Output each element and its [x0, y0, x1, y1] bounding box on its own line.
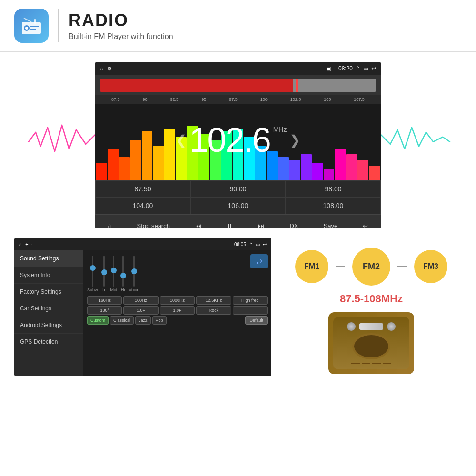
- svg-rect-3: [30, 26, 39, 27]
- preset-classical[interactable]: Classical: [110, 316, 134, 325]
- frequency-number-overlay: ❮ 102.6 MHz ❯: [176, 123, 301, 157]
- freq-label-105: 105: [324, 97, 331, 102]
- freq-160hz[interactable]: 160Hz: [87, 296, 122, 305]
- bluetooth-button[interactable]: ⇄: [250, 254, 268, 268]
- settings-nav-icon[interactable]: ⌃: [249, 242, 253, 247]
- freq-marker: [296, 79, 298, 92]
- menu-factory-settings[interactable]: Factory Settings: [14, 284, 83, 300]
- next-btn[interactable]: ⏭: [254, 220, 268, 228]
- freq-high[interactable]: High freq: [233, 296, 268, 305]
- preset-6[interactable]: 108.00: [286, 198, 381, 215]
- menu-car-settings[interactable]: Car Settings: [14, 300, 83, 317]
- preset-3[interactable]: 98.00: [286, 180, 381, 198]
- status-time: 08:20: [338, 65, 353, 72]
- save-btn[interactable]: Save: [320, 220, 342, 228]
- eq-sliders-group: Subw Lo: [87, 254, 139, 292]
- page-title: RADIO: [69, 10, 173, 30]
- preset-jazz[interactable]: Jazz: [135, 316, 151, 325]
- dx-btn[interactable]: DX: [286, 220, 302, 228]
- mode-180[interactable]: 180°: [87, 306, 122, 315]
- menu-android-settings[interactable]: Android Settings: [14, 317, 83, 334]
- preset-custom[interactable]: Custom: [87, 316, 109, 325]
- freq-label-875: 87.5: [111, 97, 120, 102]
- mode-1f-1[interactable]: 1.0F: [123, 306, 158, 315]
- eq-top: Subw Lo: [87, 254, 268, 294]
- freq-label-925: 92.5: [170, 97, 179, 102]
- mid-label: Mid: [110, 288, 118, 292]
- back-ctrl-btn[interactable]: ↩: [359, 220, 372, 228]
- freq-label-95: 95: [201, 97, 206, 102]
- mid-thumb[interactable]: [111, 268, 117, 273]
- fm2-circle: FM2: [352, 248, 390, 286]
- menu-sound-settings[interactable]: Sound Settings: [14, 250, 83, 267]
- settings-back-icon[interactable]: ↩: [263, 242, 267, 247]
- voice-thumb[interactable]: [131, 268, 137, 274]
- settings-window-icon[interactable]: ▭: [256, 242, 260, 247]
- menu-system-info[interactable]: System Info: [14, 267, 83, 284]
- wifi-icon: ·: [334, 65, 336, 72]
- header-divider: [58, 9, 59, 42]
- home-control-btn[interactable]: ⌂: [104, 220, 116, 228]
- settings-body: Sound Settings System Info Factory Setti…: [14, 250, 271, 376]
- default-button[interactable]: Default: [245, 316, 268, 325]
- radio-knob-1: [347, 322, 356, 331]
- menu-gps-detection[interactable]: GPS Detection: [14, 334, 83, 350]
- lo-thumb[interactable]: [101, 269, 107, 275]
- current-frequency: 102.6: [189, 123, 270, 157]
- preset-row: Custom Classical Jazz Pop Default: [87, 316, 268, 325]
- settings-sidebar: Sound Settings System Info Factory Setti…: [14, 250, 83, 376]
- eq-section: Subw Lo: [87, 254, 268, 372]
- radio-controls: [347, 322, 396, 331]
- mode-rock[interactable]: Rock: [196, 306, 231, 315]
- svg-point-2: [25, 27, 28, 30]
- hi-slider[interactable]: Hi: [121, 256, 125, 292]
- fm-frequency-range: 87.5-108MHz: [340, 293, 403, 305]
- home-icon[interactable]: ⌂: [100, 66, 103, 71]
- hi-label: Hi: [121, 288, 125, 292]
- mid-slider[interactable]: Mid: [110, 256, 118, 292]
- eq-freq-buttons: 160Hz 100Hz 1000Hz 12.5KHz High freq: [87, 296, 268, 305]
- window-icon[interactable]: ▭: [363, 65, 368, 72]
- preset-1[interactable]: 87.50: [95, 180, 190, 198]
- radio-speaker: [352, 333, 390, 359]
- wave-left: [24, 118, 100, 168]
- freq-1000hz[interactable]: 1000Hz: [160, 296, 195, 305]
- voice-slider[interactable]: Voice: [129, 256, 139, 292]
- subw-label: Subw: [87, 288, 98, 292]
- back-icon[interactable]: ↩: [371, 65, 376, 72]
- svg-rect-4: [30, 29, 36, 30]
- settings-screen: ⌂ ✦ · 08:05 ⌃ ▭ ↩ Sound Settings System …: [14, 238, 271, 376]
- stop-search-btn[interactable]: Stop search: [133, 220, 174, 228]
- subw-thumb[interactable]: [90, 265, 96, 271]
- settings-time: 08:05: [234, 242, 246, 247]
- freq-100hz[interactable]: 100Hz: [123, 296, 158, 305]
- header: RADIO Built-in FM Player with function: [0, 0, 476, 52]
- settings-icon[interactable]: ⚙: [107, 66, 112, 72]
- voice-track: [133, 256, 135, 287]
- preset-4[interactable]: 104.00: [95, 198, 190, 215]
- radio-dial: [359, 323, 383, 330]
- hi-thumb[interactable]: [120, 273, 126, 278]
- mode-empty: [233, 306, 268, 315]
- freq-next-arrow[interactable]: ❯: [289, 132, 300, 148]
- lo-slider[interactable]: Lo: [102, 256, 107, 292]
- freq-prev-arrow[interactable]: ❮: [176, 132, 187, 148]
- frequency-ruler[interactable]: [100, 79, 376, 92]
- fm-panel: FM1 FM2 FM3 87.5-108MHz: [281, 238, 462, 376]
- freq-label-975: 97.5: [229, 97, 238, 102]
- subw-slider[interactable]: Subw: [87, 256, 98, 292]
- pause-btn[interactable]: ⏸: [223, 220, 237, 228]
- preset-2[interactable]: 90.00: [190, 180, 286, 198]
- preset-pop[interactable]: Pop: [152, 316, 167, 325]
- mode-1f-2[interactable]: 1.0F: [160, 306, 195, 315]
- mid-track: [113, 256, 114, 287]
- settings-home-icon[interactable]: ⌂: [19, 242, 22, 247]
- nav-up-icon[interactable]: ⌃: [356, 65, 360, 72]
- freq-125khz[interactable]: 12.5KHz: [196, 296, 231, 305]
- freq-label-100: 100: [260, 97, 268, 102]
- voice-label: Voice: [129, 288, 139, 292]
- header-text: RADIO Built-in FM Player with function: [69, 10, 173, 41]
- prev-btn[interactable]: ⏮: [191, 220, 205, 228]
- preset-5[interactable]: 106.00: [190, 198, 286, 215]
- fm1-circle: FM1: [295, 250, 328, 283]
